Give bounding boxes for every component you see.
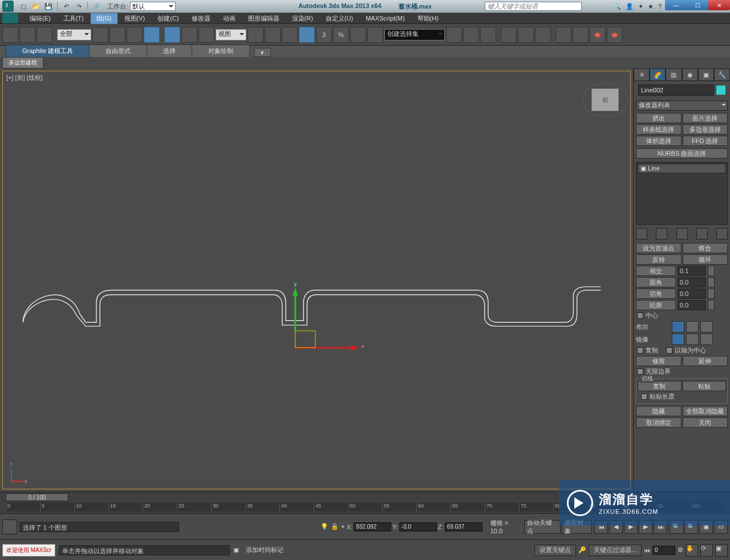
menu-edit[interactable]: 编辑(E) (24, 13, 56, 24)
object-color-swatch[interactable] (716, 86, 725, 95)
search-icon[interactable]: 🔍 (613, 3, 621, 10)
app-icon[interactable] (2, 1, 14, 12)
preset-nurbs[interactable]: NURBS 曲面选择 (636, 148, 728, 159)
app-menu-button[interactable] (2, 13, 18, 23)
isolate-icon[interactable]: ▣ (233, 546, 239, 554)
menu-animation[interactable]: 动画 (217, 13, 241, 24)
time-slider-thumb[interactable]: 0 / 100 (6, 493, 68, 501)
lock-icon[interactable]: 🔒 (331, 523, 339, 530)
bool-union-icon[interactable] (672, 321, 684, 332)
rendered-frame-icon[interactable] (573, 27, 589, 43)
manipulate-icon[interactable] (265, 27, 281, 43)
chk-aboutpivot[interactable] (666, 347, 672, 354)
ribbon-tab-graphite[interactable]: Graphite 建模工具 (6, 44, 90, 57)
menu-tools[interactable]: 工具(T) (58, 13, 90, 24)
timeconfig-icon[interactable]: ⚙ (678, 546, 683, 554)
bind-space-warp-icon[interactable] (36, 27, 52, 43)
qa-link-icon[interactable]: 🔗 (91, 2, 102, 11)
configure-sets-icon[interactable] (716, 228, 728, 240)
schematic-view-icon[interactable] (518, 27, 534, 43)
select-object-icon[interactable] (92, 27, 108, 43)
btn-cycle[interactable]: 循环 (683, 254, 728, 265)
spinner-up-icon[interactable] (708, 289, 715, 299)
mirror-both-icon[interactable] (700, 334, 713, 345)
menu-grapheditors[interactable]: 图形编辑器 (242, 13, 285, 24)
render-iterative-icon[interactable]: 🫖 (607, 27, 623, 43)
window-crossing-icon[interactable] (144, 27, 160, 43)
unlink-icon[interactable] (19, 27, 35, 43)
menu-help[interactable]: 帮助(H) (412, 13, 444, 24)
qa-undo-icon[interactable]: ↶ (61, 2, 71, 11)
angle-snap-icon[interactable]: 3 (316, 27, 332, 43)
btn-first-vertex[interactable]: 设为首顶点 (636, 243, 682, 253)
lock-selection-icon[interactable]: 💡 (321, 523, 328, 530)
btn-unbind[interactable]: 取消绑定 (636, 417, 682, 428)
pivot-center-icon[interactable] (248, 27, 263, 43)
layers-icon[interactable] (480, 27, 496, 43)
ribbon-tab-freeform[interactable]: 自由形式 (89, 44, 147, 57)
snap-toggle-icon[interactable] (299, 27, 315, 43)
menu-views[interactable]: 视图(V) (119, 13, 151, 24)
chk-pastelen[interactable] (641, 393, 647, 400)
tab-display-icon[interactable]: ▣ (698, 68, 714, 81)
mirror-h-icon[interactable] (672, 334, 684, 345)
spin-fillet[interactable]: 0.0 (678, 277, 706, 287)
spinner-up-icon[interactable] (708, 277, 715, 287)
preset-volsel[interactable]: 体积选择 (636, 136, 682, 146)
btn-fillet[interactable]: 圆角 (636, 277, 676, 287)
stack-item-line[interactable]: ▣ Line (638, 164, 726, 173)
spin-outline[interactable]: 0.0 (678, 300, 706, 310)
qa-new-icon[interactable]: ▢ (18, 2, 29, 11)
preset-ffdsel[interactable]: FFD 选择 (683, 136, 728, 146)
object-name-field[interactable]: Line002 (638, 84, 714, 96)
link-icon[interactable] (2, 27, 18, 43)
exchange-icon[interactable]: ✦ (638, 3, 643, 10)
spinner-up-icon[interactable] (708, 300, 715, 310)
qa-save-icon[interactable]: 💾 (43, 2, 54, 11)
spinner-up-icon[interactable] (708, 266, 715, 276)
spin-crossinsert[interactable]: 0.1 (678, 266, 706, 276)
keyfilters-button[interactable]: 关键点过滤器... (589, 545, 642, 556)
preset-splinesel[interactable]: 样条线选择 (636, 124, 682, 135)
tab-motion-icon[interactable]: ◉ (682, 68, 698, 81)
coord-x-input[interactable] (354, 522, 391, 531)
menu-customize[interactable]: 自定义(U) (320, 13, 359, 24)
remove-modifier-icon[interactable] (696, 228, 708, 240)
help-icon[interactable]: ? (658, 3, 662, 10)
chk-infinite[interactable] (637, 368, 643, 375)
ref-coord-dropdown[interactable]: 视图 (216, 29, 246, 40)
show-end-result-icon[interactable] (656, 228, 667, 240)
bool-intersect-icon[interactable] (700, 321, 713, 332)
ribbon-tab-selection[interactable]: 选择 (147, 44, 192, 57)
menu-rendering[interactable]: 渲染(R) (286, 13, 319, 24)
pin-stack-icon[interactable] (636, 228, 647, 240)
modifier-list-dropdown[interactable]: 修改器列表 (636, 100, 728, 111)
btn-chamfer[interactable]: 切角 (636, 289, 676, 299)
viewport-front[interactable]: [+] [前] [线框] 前 y x z x (2, 71, 631, 489)
btn-reverse[interactable]: 反转 (636, 254, 682, 265)
key-mode-icon[interactable]: 🔑 (578, 546, 586, 554)
setkey-button[interactable]: 设置关键点 (534, 545, 576, 556)
btn-hide[interactable]: 隐藏 (636, 406, 682, 416)
current-frame-input[interactable] (652, 546, 675, 555)
coord-y-input[interactable] (399, 522, 437, 531)
named-sel-set-dropdown[interactable]: 创建选择集 (384, 29, 445, 40)
menu-create[interactable]: 创建(C) (152, 13, 184, 24)
menu-maxscript[interactable]: MAXScript(M) (360, 14, 410, 23)
rect-select-region-icon[interactable] (127, 27, 143, 43)
curve-editor-icon[interactable] (501, 27, 517, 43)
render-setup-icon[interactable] (555, 27, 571, 43)
spinner-snap-icon[interactable] (350, 27, 366, 43)
abs-rel-icon[interactable]: ⌖ (341, 523, 344, 530)
autokey-toggle[interactable]: 自动关键点 (524, 520, 561, 534)
btn-trim[interactable]: 修剪 (636, 356, 682, 366)
preset-polysel[interactable]: 多边形选择 (683, 124, 728, 135)
workspace-dropdown[interactable]: 默认 (130, 2, 176, 11)
material-editor-icon[interactable] (535, 27, 551, 43)
modifier-stack[interactable]: ▣ Line (636, 162, 728, 225)
chk-center[interactable] (637, 313, 643, 319)
menu-group[interactable]: 组(G) (91, 13, 117, 24)
edit-named-sel-icon[interactable] (367, 27, 383, 43)
minimize-button[interactable]: — (665, 0, 687, 10)
ribbon-tab-objectpaint[interactable]: 对象绘制 (192, 44, 250, 57)
